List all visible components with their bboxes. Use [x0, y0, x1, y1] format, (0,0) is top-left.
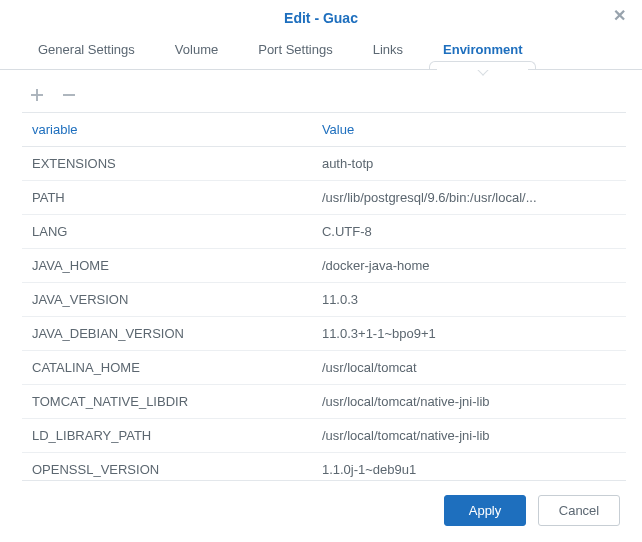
tab-label: Environment: [443, 42, 522, 57]
tab-environment[interactable]: Environment: [423, 32, 542, 69]
title-bar: Edit - Guac ✕: [0, 0, 642, 32]
col-header-variable[interactable]: variable: [22, 113, 312, 147]
cell-variable: TOMCAT_NATIVE_LIBDIR: [22, 385, 312, 419]
env-table-wrap: variable Value EXTENSIONSauth-totpPATH/u…: [0, 112, 642, 481]
cell-variable: JAVA_DEBIAN_VERSION: [22, 317, 312, 351]
cell-variable: OPENSSL_VERSION: [22, 453, 312, 482]
dialog-title: Edit - Guac: [284, 10, 358, 26]
cell-value: /usr/lib/postgresql/9.6/bin:/usr/local/.…: [312, 181, 626, 215]
tab-label: Links: [373, 42, 403, 57]
cell-variable: LD_LIBRARY_PATH: [22, 419, 312, 453]
env-table: variable Value EXTENSIONSauth-totpPATH/u…: [22, 113, 626, 481]
cell-value: 11.0.3: [312, 283, 626, 317]
edit-dialog: Edit - Guac ✕ General Settings Volume Po…: [0, 0, 642, 542]
tab-label: General Settings: [38, 42, 135, 57]
cell-variable: LANG: [22, 215, 312, 249]
table-row[interactable]: JAVA_DEBIAN_VERSION11.0.3+1-1~bpo9+1: [22, 317, 626, 351]
table-row[interactable]: TOMCAT_NATIVE_LIBDIR/usr/local/tomcat/na…: [22, 385, 626, 419]
cancel-button[interactable]: Cancel: [538, 495, 620, 526]
tab-general-settings[interactable]: General Settings: [18, 32, 155, 69]
tab-port-settings[interactable]: Port Settings: [238, 32, 352, 69]
env-table-scroll[interactable]: variable Value EXTENSIONSauth-totpPATH/u…: [22, 112, 626, 481]
table-row[interactable]: OPENSSL_VERSION1.1.0j-1~deb9u1: [22, 453, 626, 482]
close-icon[interactable]: ✕: [613, 8, 626, 24]
table-row[interactable]: LD_LIBRARY_PATH/usr/local/tomcat/native-…: [22, 419, 626, 453]
cell-variable: JAVA_VERSION: [22, 283, 312, 317]
cell-variable: JAVA_HOME: [22, 249, 312, 283]
cell-variable: PATH: [22, 181, 312, 215]
tab-label: Port Settings: [258, 42, 332, 57]
table-row[interactable]: CATALINA_HOME/usr/local/tomcat: [22, 351, 626, 385]
toolbar: [0, 70, 642, 112]
apply-button[interactable]: Apply: [444, 495, 526, 526]
tab-volume[interactable]: Volume: [155, 32, 238, 69]
add-icon[interactable]: [28, 86, 46, 104]
tab-label: Volume: [175, 42, 218, 57]
cell-value: C.UTF-8: [312, 215, 626, 249]
cell-value: /docker-java-home: [312, 249, 626, 283]
cell-value: /usr/local/tomcat: [312, 351, 626, 385]
col-header-value[interactable]: Value: [312, 113, 626, 147]
tab-links[interactable]: Links: [353, 32, 423, 69]
table-row[interactable]: JAVA_VERSION11.0.3: [22, 283, 626, 317]
table-row[interactable]: EXTENSIONSauth-totp: [22, 147, 626, 181]
cell-value: auth-totp: [312, 147, 626, 181]
table-row[interactable]: PATH/usr/lib/postgresql/9.6/bin:/usr/loc…: [22, 181, 626, 215]
cell-variable: CATALINA_HOME: [22, 351, 312, 385]
tab-bar: General Settings Volume Port Settings Li…: [0, 32, 642, 70]
dialog-footer: Apply Cancel: [0, 481, 642, 542]
table-row[interactable]: LANGC.UTF-8: [22, 215, 626, 249]
table-row[interactable]: JAVA_HOME/docker-java-home: [22, 249, 626, 283]
remove-icon[interactable]: [60, 86, 78, 104]
cell-value: /usr/local/tomcat/native-jni-lib: [312, 419, 626, 453]
cell-variable: EXTENSIONS: [22, 147, 312, 181]
cell-value: 1.1.0j-1~deb9u1: [312, 453, 626, 482]
cell-value: 11.0.3+1-1~bpo9+1: [312, 317, 626, 351]
cell-value: /usr/local/tomcat/native-jni-lib: [312, 385, 626, 419]
